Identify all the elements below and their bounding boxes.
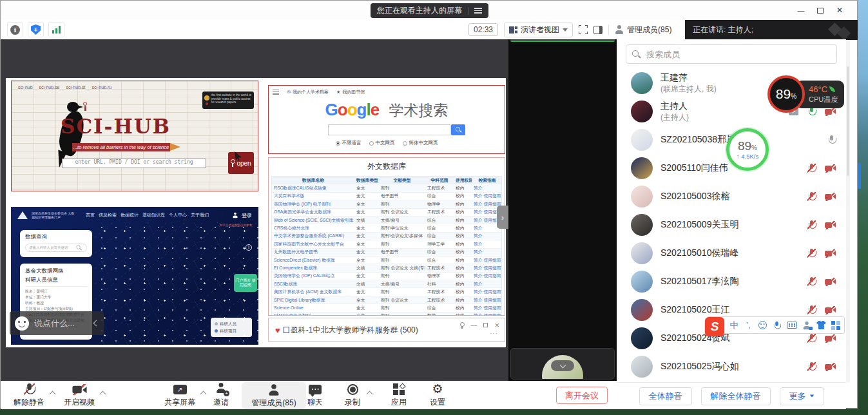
camera-off-icon[interactable] xyxy=(825,363,836,371)
leave-meeting-button[interactable]: 离开会议 xyxy=(556,387,608,404)
fullscreen-icon[interactable] xyxy=(579,25,588,34)
maximize-button[interactable] xyxy=(811,3,830,18)
ime-language-mode[interactable]: 中 xyxy=(729,320,738,331)
mic-muted-icon xyxy=(24,383,35,395)
apps-button[interactable]: 应用 xyxy=(380,383,418,408)
participant-row[interactable]: S202105025冯心如 xyxy=(617,352,846,381)
search-input[interactable] xyxy=(645,49,831,60)
portal-info-line: 职称：教授 xyxy=(25,300,87,306)
more-icon: ··· xyxy=(490,330,498,337)
record-button[interactable]: 录制 xyxy=(332,383,373,408)
emoji-icon[interactable] xyxy=(15,316,29,331)
participants-footer: 全体静音 解除全体静音 更多 xyxy=(617,382,846,409)
view-mode-dropdown[interactable]: 演讲者视图 xyxy=(504,23,573,37)
scihub-title: SCI-HUB xyxy=(61,115,171,138)
side-panel-toggle-icon[interactable] xyxy=(593,26,603,34)
invite-button[interactable]: 邀请 xyxy=(202,383,240,408)
chat-input-placeholder[interactable]: 说点什么... xyxy=(34,318,83,329)
start-video-button[interactable]: 开启视频 xyxy=(52,383,106,408)
participant-row[interactable]: S202105009关玉明 xyxy=(617,211,846,239)
health-protect-button[interactable]: + xyxy=(28,22,44,37)
collapse-chat-icon[interactable] xyxy=(93,320,100,327)
mic-icon[interactable] xyxy=(807,192,816,201)
avatar xyxy=(631,101,653,122)
menu-icon xyxy=(273,90,279,95)
camera-off-icon[interactable] xyxy=(825,278,836,286)
network-status-button[interactable] xyxy=(48,22,64,37)
pin-icon xyxy=(459,322,464,329)
thumbnails-collapse-handle[interactable]: › xyxy=(497,206,508,229)
mic-icon[interactable] xyxy=(807,334,816,343)
db-table-row: 英国物理学会 (IOP) 电子期刊 全文 期刊 物理学 校内 简介 使用指南 xyxy=(272,200,501,208)
mic-icon[interactable] xyxy=(807,362,816,371)
participant-row[interactable]: S202105017李泫陶 xyxy=(617,267,846,296)
share-screen-button[interactable]: 共享屏幕 xyxy=(153,383,207,408)
mic-icon[interactable] xyxy=(807,220,816,229)
scholar-search-button xyxy=(451,124,465,135)
db-table-row: 美国计算机学会 (ACM) 全文数据库 全文 期刊 工程技术 校内 简介 使用指… xyxy=(272,288,501,296)
search-box[interactable] xyxy=(626,44,837,64)
scihub-page: sci-hubsci-hub.sesci-hub.stsci-hub.ru SC… xyxy=(11,81,258,191)
scihub-open-button: open xyxy=(228,152,254,174)
meeting-timer: 02:33 xyxy=(468,23,498,36)
participant-row[interactable]: S202105010侯瑞峰 xyxy=(617,239,846,267)
record-options-chevron[interactable] xyxy=(367,387,372,399)
participant-row[interactable]: S202105003徐榕 xyxy=(617,182,846,211)
screen-share-icon xyxy=(173,385,187,394)
search-icon xyxy=(455,127,461,133)
ime-emoji-icon[interactable] xyxy=(758,320,767,331)
mute-all-button[interactable]: 全体静音 xyxy=(639,387,692,405)
quick-chat-bar[interactable]: 说点什么... xyxy=(10,311,104,335)
mic-icon[interactable] xyxy=(827,135,836,144)
scroll-down-button[interactable] xyxy=(551,360,574,371)
mic-icon[interactable] xyxy=(807,277,816,286)
video-tile-partial[interactable] xyxy=(510,348,615,380)
avatar xyxy=(631,129,653,151)
db-table-row: OSA美国光学学会全文数据库 全文 期刊 会议论文 工程技术 校内 简介 使用指… xyxy=(272,209,501,217)
ime-toolbox-icon[interactable] xyxy=(831,320,840,331)
camera-off-icon[interactable] xyxy=(825,249,836,258)
chat-button[interactable]: 聊天 xyxy=(296,383,334,408)
close-button[interactable] xyxy=(830,3,849,18)
mic-icon[interactable] xyxy=(807,164,816,173)
ime-skin-icon[interactable] xyxy=(816,320,826,331)
scihub-search-input: enter URL, PMID / DOI or search string xyxy=(62,159,206,168)
video-tile[interactable]: SZ202105030徐勇 xyxy=(510,39,615,41)
camera-off-icon[interactable] xyxy=(825,193,836,201)
manage-members-header[interactable]: 管理成员(85) xyxy=(615,24,671,35)
meeting-info-button[interactable]: i xyxy=(7,22,23,37)
scihub-nav-link: sci-hub.ru xyxy=(92,85,111,90)
more-button[interactable]: 更多 xyxy=(780,387,824,405)
menu-icon[interactable] xyxy=(474,8,482,14)
signal-bars-icon xyxy=(52,26,61,34)
video-thumbnails-strip: 主持人的屏幕共享 王建萍 xyxy=(508,39,617,381)
camera-off-icon[interactable] xyxy=(825,334,836,343)
participants-scrollbar[interactable] xyxy=(846,41,850,382)
sogou-logo-icon[interactable]: S xyxy=(705,317,724,336)
unmute-all-button[interactable]: 解除全体静音 xyxy=(701,387,771,405)
avatar xyxy=(631,356,653,378)
ime-keyboard-icon[interactable] xyxy=(787,320,797,331)
db-table-row: 英国物理学会 (IOP) CALIS站点 全文 期刊 物理学 校内 简介 使用指… xyxy=(272,273,501,280)
ime-punctuation-icon[interactable]: ’, xyxy=(744,320,753,331)
minimize-button[interactable] xyxy=(791,3,811,18)
camera-off-icon[interactable] xyxy=(825,306,836,314)
mic-icon[interactable] xyxy=(807,305,816,314)
unmute-button[interactable]: 解除静音 xyxy=(2,383,56,408)
camera-off-icon xyxy=(72,384,86,395)
settings-button[interactable]: ⚙ 设置 xyxy=(418,383,457,408)
upload-speed: ↑ 4.5K/s xyxy=(737,153,758,160)
camera-off-icon[interactable] xyxy=(825,221,836,229)
video-options-chevron[interactable] xyxy=(101,387,105,399)
ime-account-icon[interactable] xyxy=(802,320,811,331)
ime-voice-icon[interactable] xyxy=(773,320,782,331)
avatar xyxy=(631,157,653,179)
mic-icon[interactable] xyxy=(807,249,816,258)
avatar xyxy=(631,242,653,264)
participant-name: S202105024贺斌 xyxy=(661,333,800,344)
camera-off-icon[interactable] xyxy=(825,164,836,173)
db-table-row: 国家科技图书文献中心外文文献平台 全文 期刊 理学工学 校内 简介 xyxy=(272,240,501,248)
portal-nav-item: 个人中心 xyxy=(169,212,187,218)
participant-name: S202105010侯瑞峰 xyxy=(661,247,800,259)
participant-name: S202105017李泫陶 xyxy=(661,276,800,287)
